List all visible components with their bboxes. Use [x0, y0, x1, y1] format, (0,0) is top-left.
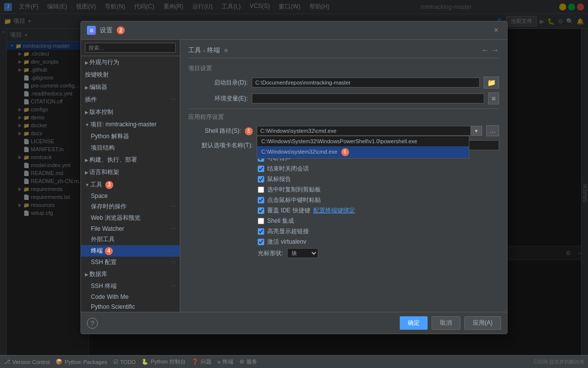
env-var-browse-button[interactable]: ≡ [488, 92, 499, 104]
breadcrumb-icon: ≡ [224, 47, 228, 54]
checkbox-paste-middle: 点击鼠标中键时粘贴 [188, 196, 499, 204]
nav-keymap[interactable]: 按键映射 [81, 69, 180, 81]
settings-nav: ▶ 外观与行为 按键映射 ▶ 编辑器 插件 ⋯ ▶ 版本控制 [81, 40, 180, 312]
checkbox-override-ide-input[interactable] [258, 207, 264, 214]
env-var-input[interactable] [252, 93, 484, 103]
checkbox-paste-middle-label: 点击鼠标中键时粘贴 [267, 196, 321, 204]
dialog-title: 设置 [100, 26, 113, 35]
nav-project[interactable]: ▼ 项目: mmtracking-master [81, 118, 180, 131]
checkbox-highlight-links: 高亮显示超链接 [188, 227, 499, 236]
nav-languages[interactable]: ▶ 语言和框架 [81, 166, 180, 179]
nav-terminal[interactable]: 终端 4 ⋯ [81, 245, 180, 257]
settings-content: 工具 › 终端 ≡ ← → 项目设置 启动目录(D): 📁 [180, 40, 507, 312]
nav-database-label: 数据库 [89, 270, 107, 278]
checkbox-activate-virtualenv-input[interactable] [258, 239, 264, 245]
nav-tools[interactable]: ▼ 工具 3 [81, 179, 180, 191]
cursor-shape-row: 光标形状: 块 下划线 竖线 [188, 248, 499, 258]
nav-keymap-label: 按键映射 [85, 71, 109, 79]
dialog-close-button[interactable]: × [491, 25, 501, 35]
settings-badge: 2 [117, 26, 125, 34]
shell-extra-button[interactable]: … [486, 125, 499, 136]
checkbox-mouse-report-input[interactable] [258, 176, 264, 183]
nav-terminal-label: 终端 [91, 247, 103, 255]
nav-project-structure[interactable]: 项目结构 [81, 142, 180, 154]
checkbox-paste-middle-input[interactable] [258, 197, 264, 203]
nav-external-tools[interactable]: 外部工具 [81, 234, 180, 245]
dialog-body: ▶ 外观与行为 按键映射 ▶ 编辑器 插件 ⋯ ▶ 版本控制 [81, 40, 507, 312]
checkbox-highlight-links-input[interactable] [258, 228, 264, 235]
checkbox-shell-integration-input[interactable] [258, 218, 264, 224]
nav-file-watcher-label: File Watcher [91, 225, 124, 232]
breadcrumb-nav: ← → [481, 46, 499, 55]
nav-appearance-label: 外观与行为 [89, 58, 119, 67]
checkbox-activate-virtualenv-label: 激活 virtualenv [267, 238, 306, 246]
nav-python-interpreter[interactable]: Python 解释器 [81, 131, 180, 142]
nav-editor[interactable]: ▶ 编辑器 [81, 81, 180, 93]
python-console-status[interactable]: 🐍 Python 控制台 [142, 358, 185, 366]
settings-search-input[interactable] [85, 43, 176, 53]
checkbox-close-session: 结束时关闭会话 [188, 165, 499, 173]
shell-path-badge: 5 [245, 127, 253, 135]
nav-database[interactable]: ▶ 数据库 [81, 268, 180, 280]
cursor-shape-label: 光标形状: [258, 249, 283, 258]
cursor-shape-select[interactable]: 块 下划线 竖线 [287, 248, 318, 258]
console-icon: 🐍 [142, 359, 148, 365]
breadcrumb-terminal: 终端 [207, 46, 220, 55]
chevron-right-icon: ▶ [85, 170, 88, 175]
checkbox-override-ide-label: 覆盖 IDE 快捷键 [267, 206, 310, 215]
nav-python-scientific[interactable]: Python Scientific [81, 302, 180, 312]
problems-status[interactable]: ❓ 问题 [192, 358, 212, 366]
config-key-binding-link[interactable]: 配置终端键绑定 [313, 206, 355, 215]
forward-icon[interactable]: → [491, 46, 499, 55]
dialog-logo: ⚙ [87, 26, 96, 35]
back-icon[interactable]: ← [481, 46, 489, 55]
startup-dir-input[interactable] [252, 78, 480, 88]
checkbox-copy-clipboard-input[interactable] [258, 186, 264, 193]
nav-build[interactable]: ▶ 构建、执行、部署 [81, 154, 180, 166]
cancel-button[interactable]: 取消 [432, 316, 460, 330]
nav-ssh-terminal[interactable]: SSH 终端 ⋯ [81, 280, 180, 292]
apply-button[interactable]: 应用(A) [464, 316, 501, 330]
checkbox-close-session-input[interactable] [258, 166, 264, 172]
nav-vcs[interactable]: ▶ 版本控制 [81, 106, 180, 118]
nav-editor-label: 编辑器 [89, 83, 107, 92]
nav-build-label: 构建、执行、部署 [89, 156, 137, 164]
footer-buttons: 确定 取消 应用(A) [400, 316, 501, 330]
ellipsis-icon: ⋯ [170, 259, 176, 266]
nav-plugins[interactable]: 插件 ⋯ [81, 93, 180, 106]
todo-status[interactable]: ☑ TODO [113, 359, 136, 365]
confirm-button[interactable]: 确定 [400, 316, 428, 330]
ellipsis-icon: ⋯ [170, 96, 176, 103]
nav-ssh-config[interactable]: SSH 配置 ⋯ [81, 257, 180, 268]
dropdown-option-powershell[interactable]: C:\Windows\System32\WindowsPowerShell\v1… [257, 136, 469, 146]
nav-save-actions[interactable]: 保存时的操作 ⋯ [81, 201, 180, 212]
settings-dialog: ⚙ 设置 2 × ▶ 外观与行为 按键映射 ▶ 编辑 [80, 21, 508, 334]
shell-dropdown-popup: C:\Windows\System32\WindowsPowerShell\v1… [257, 136, 469, 159]
env-var-label: 环境变量(E): [188, 94, 248, 103]
nav-file-watcher[interactable]: File Watcher ⋯ [81, 224, 180, 234]
help-button[interactable]: ? [87, 318, 98, 329]
separator-1 [188, 108, 499, 109]
nav-python-scientific-label: Python Scientific [91, 303, 135, 310]
nav-appearance[interactable]: ▶ 外观与行为 [81, 56, 180, 69]
shell-dropdown-button[interactable]: ▼ [471, 126, 482, 136]
checkbox-mouse-report: 鼠标报告 [188, 175, 499, 184]
nav-space[interactable]: Space [81, 191, 180, 201]
dropdown-option-cmd[interactable]: C:\Windows\system32\cmd.exe 6 [257, 146, 469, 158]
nav-plugins-label: 插件 [85, 95, 97, 104]
chevron-down-icon: ▼ [85, 122, 89, 127]
shell-path-input[interactable] [257, 126, 471, 136]
nav-code-with-me-label: Code With Me [91, 293, 129, 300]
version-control-label: Version Control [12, 359, 50, 365]
nav-web-browser-label: Web 浏览器和预览 [91, 214, 141, 222]
checkbox-shell-integration-label: Shell 集成 [267, 217, 294, 225]
nav-web-browser[interactable]: Web 浏览器和预览 [81, 212, 180, 224]
nav-code-with-me[interactable]: Code With Me [81, 292, 180, 302]
version-control-status[interactable]: ⎇ Version Control [4, 359, 50, 365]
startup-dir-browse-button[interactable]: 📁 [484, 77, 499, 89]
services-status[interactable]: ⚙ 服务 [239, 358, 257, 366]
checkbox-shell-integration: Shell 集成 [188, 217, 499, 225]
python-packages-status[interactable]: 📦 Python Packages [56, 359, 107, 365]
nav-languages-label: 语言和框架 [89, 168, 119, 177]
terminal-status[interactable]: ≡ 终端 [218, 358, 233, 366]
